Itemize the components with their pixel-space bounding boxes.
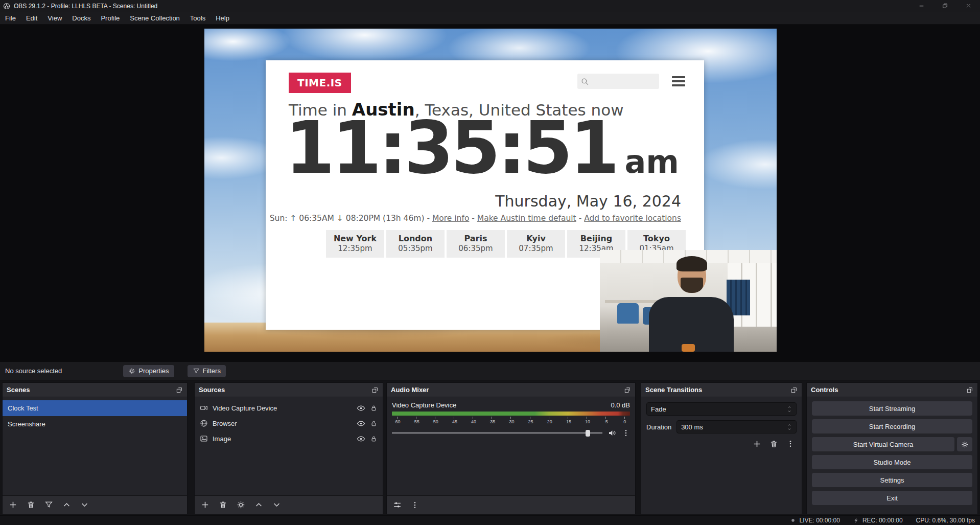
transition-select[interactable]: Fade (646, 402, 797, 416)
add-source-button[interactable] (201, 500, 209, 509)
gear-icon (961, 441, 969, 448)
hamburger-menu-icon (672, 76, 685, 86)
world-clock-newyork: New York12:35pm (326, 230, 384, 258)
volume-meter (392, 412, 630, 416)
world-clock-paris: Paris06:35pm (447, 230, 505, 258)
properties-button[interactable]: Properties (123, 365, 174, 377)
transition-options-dots-icon[interactable] (786, 440, 795, 448)
timeis-sun-line: Sun: ↑ 06:35AM ↓ 08:20PM (13h 46m) - Mor… (270, 214, 681, 223)
lock-icon[interactable] (370, 420, 378, 427)
title-bar: OBS 29.1.2 - Profile: LLHLS BETA - Scene… (0, 0, 980, 12)
visibility-eye-icon[interactable] (357, 404, 365, 413)
settings-button[interactable]: Settings (812, 473, 972, 487)
speaker-mute-icon[interactable] (608, 428, 617, 438)
move-source-down-button[interactable] (272, 500, 281, 509)
advanced-audio-properties-button[interactable] (393, 500, 402, 509)
move-source-up-button[interactable] (254, 500, 263, 509)
webcam-overlay (600, 250, 777, 352)
preview-canvas[interactable]: TIME.IS Time in Austin, Texas, United St… (204, 29, 777, 352)
controls-panel: Controls Start Streaming Start Recording… (806, 382, 978, 514)
lock-icon[interactable] (370, 404, 378, 412)
start-virtual-camera-button[interactable]: Start Virtual Camera (812, 437, 954, 451)
start-streaming-button[interactable]: Start Streaming (812, 401, 972, 416)
scenes-panel-title: Scenes (7, 386, 30, 394)
lock-icon[interactable] (370, 435, 378, 443)
volume-slider-handle[interactable] (586, 430, 590, 437)
scenes-panel: Scenes Clock Test Screenshare (2, 382, 188, 514)
studio-mode-button[interactable]: Studio Mode (812, 455, 972, 469)
volume-slider[interactable] (392, 429, 602, 437)
duration-label: Duration (646, 423, 671, 431)
timeis-search-box (577, 74, 659, 89)
scene-transitions-panel: Scene Transitions Fade Duration 300 ms (641, 382, 802, 514)
source-row-browser[interactable]: Browser (195, 416, 383, 431)
mixer-options-dots-icon[interactable] (622, 429, 630, 437)
start-recording-button[interactable]: Start Recording (812, 419, 972, 433)
add-favorite-link: Add to favorite locations (584, 214, 681, 223)
controls-panel-title: Controls (811, 386, 838, 394)
source-toolbar: No source selected Properties Filters (0, 362, 980, 380)
transitions-panel-title: Scene Transitions (645, 386, 702, 394)
timeis-clock-row: 11:35:51 am (285, 103, 679, 193)
remove-source-button[interactable] (219, 500, 227, 509)
timeis-clock: 11:35:51 (285, 103, 616, 193)
menu-edit[interactable]: Edit (21, 12, 42, 25)
popout-icon[interactable] (966, 386, 973, 394)
spin-up-icon[interactable] (787, 423, 792, 427)
move-scene-up-button[interactable] (62, 500, 71, 509)
timeis-logo: TIME.IS (289, 73, 351, 93)
close-button[interactable] (956, 0, 980, 12)
audio-mixer-panel-title: Audio Mixer (391, 386, 429, 394)
world-clock-kyiv: Kyiv07:35pm (507, 230, 565, 258)
menu-file[interactable]: File (0, 12, 21, 25)
preview-area: TIME.IS Time in Austin, Texas, United St… (0, 25, 980, 362)
popout-icon[interactable] (790, 386, 798, 394)
menu-help[interactable]: Help (211, 12, 235, 25)
filters-button[interactable]: Filters (188, 365, 226, 377)
obs-logo-icon (3, 3, 10, 10)
window-title: OBS 29.1.2 - Profile: LLHLS BETA - Scene… (14, 3, 157, 10)
source-row-image[interactable]: Image (195, 431, 383, 446)
mixer-level-db: 0.0 dB (611, 401, 630, 409)
scene-filters-button[interactable] (44, 500, 53, 509)
popout-icon[interactable] (371, 386, 379, 394)
camera-icon (200, 404, 208, 412)
spin-down-icon[interactable] (787, 427, 792, 431)
status-bar: LIVE: 00:00:00 REC: 00:00:00 CPU: 0.6%, … (0, 515, 980, 525)
source-status-text: No source selected (5, 367, 62, 375)
globe-icon (200, 419, 208, 427)
menu-profile[interactable]: Profile (96, 12, 125, 25)
popout-icon[interactable] (176, 386, 183, 394)
timeis-ampm: am (624, 143, 679, 180)
window-controls (909, 0, 980, 12)
mixer-menu-dots-icon[interactable] (411, 501, 419, 509)
meter-scale: -60 -55 -50 -45 -40 -35 -30 -25 -20 -15 … (392, 417, 630, 424)
webcam-person-hair (676, 256, 707, 271)
add-scene-button[interactable] (9, 500, 17, 509)
virtual-camera-config-button[interactable] (957, 437, 972, 451)
add-transition-button[interactable] (753, 440, 761, 448)
menu-view[interactable]: View (42, 12, 67, 25)
exit-button[interactable]: Exit (812, 491, 972, 505)
gear-icon (128, 368, 135, 375)
live-disc-icon (790, 517, 796, 523)
webcam-chair (617, 303, 639, 324)
popout-icon[interactable] (624, 386, 631, 394)
source-row-video-capture[interactable]: Video Capture Device (195, 400, 383, 416)
menu-tools[interactable]: Tools (185, 12, 211, 25)
source-properties-button[interactable] (237, 500, 245, 509)
visibility-eye-icon[interactable] (357, 435, 365, 443)
duration-spinbox[interactable]: 300 ms (676, 420, 797, 433)
move-scene-down-button[interactable] (80, 500, 89, 509)
menu-scene-collection[interactable]: Scene Collection (125, 12, 185, 25)
scene-item-clock-test[interactable]: Clock Test (3, 400, 187, 416)
mixer-channel-name: Video Capture Device (392, 401, 456, 409)
remove-transition-button[interactable] (769, 440, 778, 448)
menu-docks[interactable]: Docks (67, 12, 96, 25)
minimize-button[interactable] (909, 0, 933, 12)
visibility-eye-icon[interactable] (357, 419, 365, 428)
maximize-button[interactable] (933, 0, 956, 12)
remove-scene-button[interactable] (27, 500, 35, 509)
scene-item-screenshare[interactable]: Screenshare (3, 416, 187, 432)
make-default-link: Make Austin time default (477, 214, 576, 223)
